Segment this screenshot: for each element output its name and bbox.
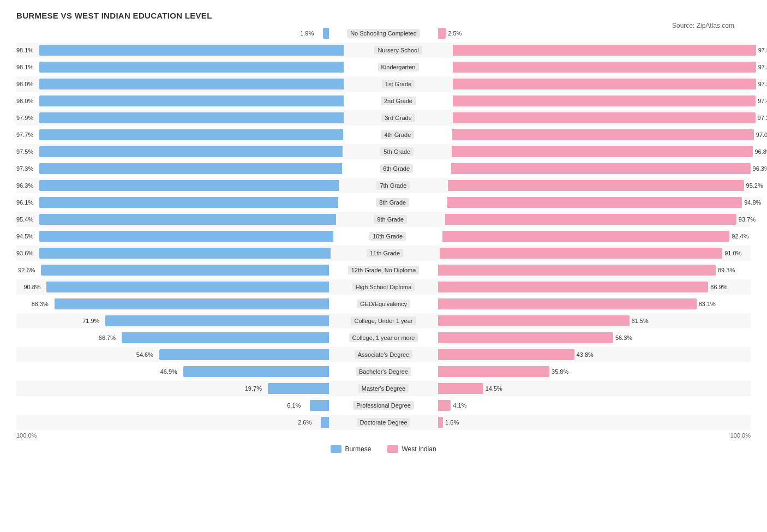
left-bar-container: 71.9% — [16, 315, 329, 326]
row-label: 10th Grade — [333, 232, 442, 241]
left-bar — [268, 383, 329, 394]
right-value: 56.3% — [615, 334, 636, 341]
row-label: Professional Degree — [329, 401, 438, 410]
left-value: 97.3% — [16, 165, 37, 172]
left-value: 98.0% — [16, 81, 37, 87]
left-bar-container: 66.7% — [16, 332, 329, 343]
label-box: Kindergarten — [378, 63, 419, 71]
label-box: 4th Grade — [381, 130, 414, 139]
right-bar-container: 14.5% — [438, 383, 751, 394]
right-bar-container: 97.3% — [453, 112, 767, 123]
left-value: 98.1% — [16, 64, 37, 70]
left-bar — [39, 197, 338, 208]
label-box: 8th Grade — [376, 198, 409, 207]
row-label: 6th Grade — [342, 164, 451, 173]
left-bar-container: 95.4% — [16, 214, 336, 225]
left-bar — [122, 332, 329, 343]
left-bar — [39, 146, 343, 157]
table-row: 98.1% Nursery School 97.5% — [16, 43, 751, 58]
table-row: 92.6% 12th Grade, No Diploma 89.3% — [16, 262, 751, 278]
left-bar — [39, 248, 331, 259]
label-box: 12th Grade, No Diploma — [348, 266, 420, 274]
left-value: 19.7% — [245, 385, 266, 392]
table-row: 90.8% High School Diploma 86.9% — [16, 279, 751, 295]
left-bar — [39, 62, 344, 73]
label-box: Associate's Degree — [355, 350, 412, 359]
left-value: 1.9% — [300, 30, 321, 37]
row-label: Master's Degree — [329, 384, 438, 393]
right-value: 89.3% — [718, 267, 739, 273]
legend-item-burmese: Burmese — [331, 445, 371, 453]
row-label: 1st Grade — [344, 80, 453, 88]
right-bar — [442, 231, 730, 242]
left-bar-container: 97.9% — [16, 112, 344, 123]
table-row: 97.9% 3rd Grade 97.3% — [16, 110, 751, 125]
right-value: 1.6% — [445, 419, 466, 426]
right-bar — [438, 417, 443, 428]
right-value: 97.5% — [758, 64, 767, 70]
right-value: 94.8% — [744, 199, 765, 206]
row-label: No Schooling Completed — [329, 29, 438, 38]
left-bar-container: 90.8% — [16, 282, 329, 292]
right-bar-container: 97.5% — [453, 62, 767, 73]
left-value: 2.6% — [298, 419, 319, 426]
left-bar-container: 98.0% — [16, 79, 344, 89]
right-bar-container: 97.0% — [452, 129, 767, 140]
right-value: 86.9% — [710, 284, 731, 290]
label-box: GED/Equivalency — [357, 300, 410, 308]
left-value: 90.8% — [23, 284, 44, 290]
left-bar — [183, 366, 329, 377]
table-row: 97.7% 4th Grade 97.0% — [16, 127, 751, 142]
left-bar-container: 93.6% — [16, 248, 331, 259]
left-value: 98.0% — [16, 98, 37, 104]
right-bar-container: 97.5% — [453, 79, 767, 89]
right-value: 97.5% — [758, 81, 767, 87]
right-value: 96.8% — [755, 148, 768, 155]
table-row: 2.6% Doctorate Degree 1.6% — [16, 415, 751, 430]
label-box: 1st Grade — [382, 80, 415, 88]
left-value: 95.4% — [16, 216, 37, 223]
left-bar-container: 98.0% — [16, 95, 344, 106]
label-box: Doctorate Degree — [357, 418, 411, 427]
table-row: 66.7% College, 1 year or more 56.3% — [16, 330, 751, 345]
right-bar-container: 61.5% — [438, 315, 751, 326]
row-label: 12th Grade, No Diploma — [329, 266, 438, 274]
label-box: Nursery School — [374, 46, 422, 55]
right-bar-container: 96.3% — [451, 163, 767, 174]
left-bar-container: 97.7% — [16, 129, 343, 140]
left-bar-container: 97.5% — [16, 146, 343, 157]
right-bar — [438, 332, 613, 343]
right-bar-container: 89.3% — [438, 265, 751, 276]
right-value: 43.8% — [577, 351, 597, 358]
table-row: 95.4% 9th Grade 93.7% — [16, 212, 751, 227]
right-bar-container: 92.4% — [442, 231, 753, 242]
left-value: 6.1% — [287, 402, 308, 409]
left-bar — [39, 163, 342, 174]
right-bar — [453, 112, 756, 123]
left-bar — [39, 45, 344, 56]
row-label: High School Diploma — [329, 283, 438, 291]
left-bar-container: 98.1% — [16, 45, 344, 56]
left-bar-container: 92.6% — [16, 265, 329, 276]
table-row: 97.3% 6th Grade 96.3% — [16, 161, 751, 176]
label-box: 6th Grade — [380, 164, 413, 173]
row-label: Kindergarten — [344, 63, 453, 71]
legend: Burmese West Indian — [16, 445, 751, 453]
table-row: 54.6% Associate's Degree 43.8% — [16, 347, 751, 362]
left-value: 46.9% — [160, 368, 181, 375]
row-label: 7th Grade — [339, 181, 448, 190]
right-value: 96.3% — [753, 165, 767, 172]
right-bar — [440, 248, 723, 259]
left-bar — [46, 282, 329, 292]
label-box: Bachelor's Degree — [356, 367, 411, 376]
right-bar — [438, 349, 574, 360]
right-value: 14.5% — [486, 385, 506, 392]
label-box: 5th Grade — [380, 147, 414, 156]
right-value: 93.7% — [739, 216, 759, 223]
left-value: 54.6% — [136, 351, 157, 358]
row-label: College, 1 year or more — [329, 333, 438, 342]
right-value: 83.1% — [699, 301, 720, 307]
right-bar — [438, 315, 630, 326]
left-value: 71.9% — [82, 318, 103, 324]
left-bar — [159, 349, 329, 360]
